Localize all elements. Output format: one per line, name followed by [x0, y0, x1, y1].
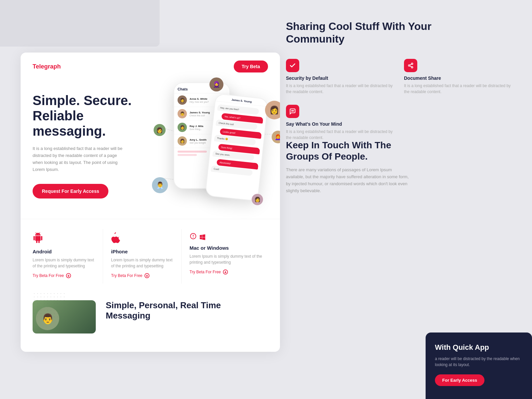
mac-windows-name: Mac or Windows: [190, 245, 265, 251]
chat-avatar-2: 👨: [178, 109, 187, 118]
svg-point-7: [293, 110, 294, 111]
brand-logo: Telegraph: [33, 63, 61, 70]
mac-windows-link[interactable]: Try Beta For Free: [190, 269, 265, 275]
feature-security-desc: It is a long established fact that a rea…: [286, 83, 397, 95]
feature-share-title: Document Share: [404, 75, 515, 81]
hero-text-block: Simple. Secure. Reliable messaging. It i…: [33, 93, 146, 198]
phone-back-mockup: James S. Young Hey, are you free? Yes, w…: [205, 93, 269, 201]
top-banner-text: Sharing Cool Stuff With Your Community: [283, 20, 515, 46]
avatar-4: 👩‍🦰: [272, 131, 280, 143]
top-banner-section: Sharing Cool Stuff With Your Community S…: [283, 20, 515, 151]
svg-point-1: [408, 65, 410, 66]
try-beta-nav-button[interactable]: Try Beta: [234, 61, 268, 72]
keep-in-touch-section: Keep In Touch With The Groups Of People.…: [283, 140, 409, 194]
svg-line-3: [410, 66, 411, 67]
feature-chat-desc: It is a long established fact that a rea…: [286, 129, 397, 141]
android-link[interactable]: Try Beta For Free: [33, 273, 95, 278]
chat-icon: [286, 105, 299, 118]
main-card: Telegraph Try Beta Simple. Secure. Relia…: [21, 53, 280, 352]
chat-avatar-3: 👩: [178, 123, 187, 132]
mac-download-icon: [223, 269, 228, 275]
android-download-icon: [66, 273, 71, 278]
iphone-link[interactable]: Try Beta For Free: [111, 273, 173, 278]
dark-card: With Quick App a reader will be distract…: [426, 332, 532, 399]
svg-line-4: [410, 64, 411, 65]
dot-pattern-decoration: [33, 292, 66, 319]
iphone-name: iPhone: [111, 249, 173, 254]
bottom-title: Simple, Personal, Real Time Messaging: [106, 300, 221, 321]
apple-icon: [111, 232, 173, 245]
avatar-5: 👨‍💼: [152, 177, 168, 193]
phone-mockup-area: Chats 👩 Anna S. White Hey, how are you? …: [154, 76, 280, 209]
iphone-desc: Lorem Ipsum is simply dummy text of the …: [111, 257, 173, 269]
dark-card-cta-button[interactable]: For Early Access: [435, 374, 484, 386]
platform-iphone: iPhone Lorem Ipsum is simply dummy text …: [111, 229, 182, 284]
mac-windows-icon: [190, 232, 265, 242]
hero-section: Simple. Secure. Reliable messaging. It i…: [21, 72, 280, 212]
mac-windows-desc: Lorem Ipsum is simply dummy text of the …: [190, 253, 265, 265]
avatar-2: 👩: [265, 101, 280, 119]
android-icon: [33, 232, 95, 245]
iphone-download-icon: [144, 273, 150, 278]
avatar-6: 👩: [252, 194, 263, 205]
bottom-text: Simple, Personal, Real Time Messaging: [106, 300, 221, 333]
chat-avatar-1: 👩: [178, 95, 187, 105]
feature-chat-title: Say What's On Your Mind: [286, 121, 397, 127]
svg-point-2: [411, 66, 413, 68]
dark-card-desc: a reader will be distracted by the reada…: [435, 356, 523, 368]
keep-in-touch-desc: There are many variations of passages of…: [286, 167, 409, 194]
android-name: Android: [33, 249, 95, 254]
platforms-section: Android Lorem Ipsum is simply dummy text…: [21, 219, 280, 294]
feature-security-title: Security by Default: [286, 75, 397, 81]
platform-android: Android Lorem Ipsum is simply dummy text…: [33, 229, 103, 284]
feature-security: Security by Default It is a long establi…: [286, 59, 397, 95]
svg-point-6: [292, 110, 293, 111]
keep-in-touch-title: Keep In Touch With The Groups Of People.: [286, 140, 409, 162]
android-desc: Lorem Ipsum is simply dummy text of the …: [33, 257, 95, 269]
avatar-1: 🧕: [209, 77, 223, 91]
navbar: Telegraph Try Beta: [21, 53, 280, 72]
platform-mac-windows: Mac or Windows Lorem Ipsum is simply dum…: [190, 229, 268, 284]
svg-point-5: [292, 110, 292, 111]
svg-point-0: [411, 63, 413, 65]
feature-chat: Say What's On Your Mind It is a long est…: [286, 105, 397, 141]
bg-decoration: [0, 0, 160, 47]
security-icon: [286, 59, 299, 72]
hero-description: It is a long established fact that a rea…: [33, 145, 126, 173]
share-icon: [404, 59, 417, 72]
dark-card-title: With Quick App: [435, 343, 523, 352]
features-grid: Security by Default It is a long establi…: [283, 59, 515, 151]
chat-avatar-4: 👩: [178, 136, 187, 146]
feature-share-desc: It is a long established fact that a rea…: [404, 83, 515, 95]
avatar-3: 👩: [154, 124, 166, 136]
feature-share: Document Share It is a long established …: [404, 59, 515, 95]
hero-title: Simple. Secure. Reliable messaging.: [33, 93, 146, 139]
early-access-button[interactable]: Request For Early Access: [33, 184, 108, 199]
